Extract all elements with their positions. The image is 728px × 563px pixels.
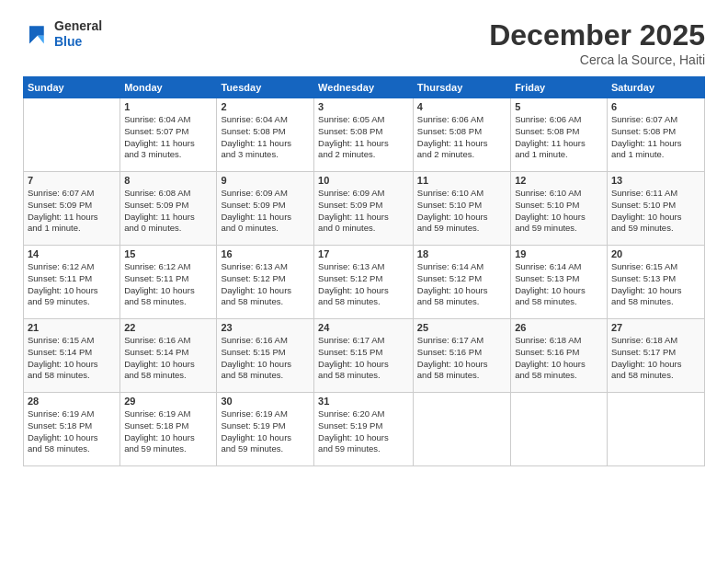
- day-number: 15: [124, 248, 212, 259]
- day-info: Sunrise: 6:19 AMSunset: 5:19 PMDaylight:…: [221, 408, 310, 455]
- day-number: 18: [417, 248, 506, 259]
- day-info: Sunrise: 6:06 AMSunset: 5:08 PMDaylight:…: [515, 114, 603, 161]
- day-number: 12: [515, 175, 603, 186]
- day-info: Sunrise: 6:10 AMSunset: 5:10 PMDaylight:…: [515, 188, 603, 235]
- page: General Blue December 2025 Cerca la Sour…: [0, 0, 728, 563]
- day-number: 27: [611, 322, 700, 333]
- day-info: Sunrise: 6:07 AMSunset: 5:09 PMDaylight:…: [28, 188, 116, 235]
- header-monday: Monday: [120, 77, 217, 98]
- calendar-week-row: 28Sunrise: 6:19 AMSunset: 5:18 PMDayligh…: [24, 393, 705, 466]
- calendar-table: Sunday Monday Tuesday Wednesday Thursday…: [23, 76, 705, 466]
- table-row: 24Sunrise: 6:17 AMSunset: 5:15 PMDayligh…: [314, 319, 414, 393]
- table-row: 29Sunrise: 6:19 AMSunset: 5:18 PMDayligh…: [120, 393, 217, 466]
- table-row: [24, 98, 120, 172]
- header-saturday: Saturday: [607, 77, 704, 98]
- day-number: 13: [611, 175, 700, 186]
- table-row: 1Sunrise: 6:04 AMSunset: 5:07 PMDaylight…: [120, 98, 217, 172]
- header: General Blue December 2025 Cerca la Sour…: [23, 18, 705, 67]
- location-subtitle: Cerca la Source, Haiti: [489, 52, 705, 67]
- day-number: 26: [515, 322, 603, 333]
- day-info: Sunrise: 6:18 AMSunset: 5:17 PMDaylight:…: [611, 335, 700, 382]
- logo-text: General Blue: [54, 18, 102, 50]
- table-row: 12Sunrise: 6:10 AMSunset: 5:10 PMDayligh…: [511, 172, 608, 246]
- day-info: Sunrise: 6:19 AMSunset: 5:18 PMDaylight:…: [28, 408, 116, 455]
- day-info: Sunrise: 6:06 AMSunset: 5:08 PMDaylight:…: [417, 114, 506, 161]
- logo-general-text: General: [54, 18, 102, 34]
- day-info: Sunrise: 6:13 AMSunset: 5:12 PMDaylight:…: [318, 261, 409, 308]
- day-number: 4: [417, 101, 506, 112]
- table-row: 26Sunrise: 6:18 AMSunset: 5:16 PMDayligh…: [511, 319, 608, 393]
- day-number: 8: [124, 175, 212, 186]
- calendar-header-row: Sunday Monday Tuesday Wednesday Thursday…: [24, 77, 705, 98]
- table-row: 3Sunrise: 6:05 AMSunset: 5:08 PMDaylight…: [314, 98, 414, 172]
- table-row: 7Sunrise: 6:07 AMSunset: 5:09 PMDaylight…: [24, 172, 120, 246]
- table-row: 11Sunrise: 6:10 AMSunset: 5:10 PMDayligh…: [413, 172, 510, 246]
- day-info: Sunrise: 6:17 AMSunset: 5:16 PMDaylight:…: [417, 335, 506, 382]
- table-row: 17Sunrise: 6:13 AMSunset: 5:12 PMDayligh…: [314, 246, 414, 319]
- day-number: 29: [124, 396, 212, 407]
- table-row: 16Sunrise: 6:13 AMSunset: 5:12 PMDayligh…: [217, 246, 314, 319]
- day-number: 2: [221, 101, 310, 112]
- day-number: 17: [318, 248, 409, 259]
- day-info: Sunrise: 6:19 AMSunset: 5:18 PMDaylight:…: [124, 408, 212, 455]
- calendar-week-row: 14Sunrise: 6:12 AMSunset: 5:11 PMDayligh…: [24, 246, 705, 319]
- day-number: 6: [611, 101, 700, 112]
- day-info: Sunrise: 6:10 AMSunset: 5:10 PMDaylight:…: [417, 188, 506, 235]
- month-title: December 2025: [489, 18, 705, 52]
- calendar-week-row: 7Sunrise: 6:07 AMSunset: 5:09 PMDaylight…: [24, 172, 705, 246]
- day-info: Sunrise: 6:17 AMSunset: 5:15 PMDaylight:…: [318, 335, 409, 382]
- table-row: 5Sunrise: 6:06 AMSunset: 5:08 PMDaylight…: [511, 98, 608, 172]
- table-row: [413, 393, 510, 466]
- day-number: 19: [515, 248, 603, 259]
- table-row: 25Sunrise: 6:17 AMSunset: 5:16 PMDayligh…: [413, 319, 510, 393]
- table-row: 4Sunrise: 6:06 AMSunset: 5:08 PMDaylight…: [413, 98, 510, 172]
- calendar-week-row: 21Sunrise: 6:15 AMSunset: 5:14 PMDayligh…: [24, 319, 705, 393]
- table-row: 13Sunrise: 6:11 AMSunset: 5:10 PMDayligh…: [607, 172, 704, 246]
- logo: General Blue: [23, 18, 102, 50]
- header-tuesday: Tuesday: [217, 77, 314, 98]
- day-info: Sunrise: 6:13 AMSunset: 5:12 PMDaylight:…: [221, 261, 310, 308]
- table-row: 8Sunrise: 6:08 AMSunset: 5:09 PMDaylight…: [120, 172, 217, 246]
- header-thursday: Thursday: [413, 77, 510, 98]
- table-row: 23Sunrise: 6:16 AMSunset: 5:15 PMDayligh…: [217, 319, 314, 393]
- day-number: 24: [318, 322, 409, 333]
- day-number: 22: [124, 322, 212, 333]
- day-number: 1: [124, 101, 212, 112]
- table-row: 31Sunrise: 6:20 AMSunset: 5:19 PMDayligh…: [314, 393, 414, 466]
- day-number: 3: [318, 101, 409, 112]
- table-row: 28Sunrise: 6:19 AMSunset: 5:18 PMDayligh…: [24, 393, 120, 466]
- day-number: 25: [417, 322, 506, 333]
- day-number: 20: [611, 248, 700, 259]
- day-info: Sunrise: 6:20 AMSunset: 5:19 PMDaylight:…: [318, 408, 409, 455]
- table-row: 20Sunrise: 6:15 AMSunset: 5:13 PMDayligh…: [607, 246, 704, 319]
- table-row: 21Sunrise: 6:15 AMSunset: 5:14 PMDayligh…: [24, 319, 120, 393]
- day-info: Sunrise: 6:14 AMSunset: 5:13 PMDaylight:…: [515, 261, 603, 308]
- table-row: 19Sunrise: 6:14 AMSunset: 5:13 PMDayligh…: [511, 246, 608, 319]
- table-row: 15Sunrise: 6:12 AMSunset: 5:11 PMDayligh…: [120, 246, 217, 319]
- day-number: 7: [28, 175, 116, 186]
- day-number: 10: [318, 175, 409, 186]
- logo-icon: [23, 21, 49, 47]
- day-info: Sunrise: 6:12 AMSunset: 5:11 PMDaylight:…: [28, 261, 116, 308]
- day-number: 23: [221, 322, 310, 333]
- header-sunday: Sunday: [24, 77, 120, 98]
- day-number: 14: [28, 248, 116, 259]
- day-number: 28: [28, 396, 116, 407]
- title-block: December 2025 Cerca la Source, Haiti: [489, 18, 705, 67]
- table-row: 6Sunrise: 6:07 AMSunset: 5:08 PMDaylight…: [607, 98, 704, 172]
- day-info: Sunrise: 6:09 AMSunset: 5:09 PMDaylight:…: [318, 188, 409, 235]
- day-info: Sunrise: 6:04 AMSunset: 5:08 PMDaylight:…: [221, 114, 310, 161]
- calendar-week-row: 1Sunrise: 6:04 AMSunset: 5:07 PMDaylight…: [24, 98, 705, 172]
- day-number: 30: [221, 396, 310, 407]
- logo-blue-text: Blue: [54, 34, 102, 50]
- day-number: 31: [318, 396, 409, 407]
- table-row: 2Sunrise: 6:04 AMSunset: 5:08 PMDaylight…: [217, 98, 314, 172]
- day-number: 11: [417, 175, 506, 186]
- day-info: Sunrise: 6:15 AMSunset: 5:14 PMDaylight:…: [28, 335, 116, 382]
- day-info: Sunrise: 6:09 AMSunset: 5:09 PMDaylight:…: [221, 188, 310, 235]
- day-info: Sunrise: 6:04 AMSunset: 5:07 PMDaylight:…: [124, 114, 212, 161]
- day-info: Sunrise: 6:05 AMSunset: 5:08 PMDaylight:…: [318, 114, 409, 161]
- day-number: 16: [221, 248, 310, 259]
- table-row: 27Sunrise: 6:18 AMSunset: 5:17 PMDayligh…: [607, 319, 704, 393]
- day-info: Sunrise: 6:16 AMSunset: 5:14 PMDaylight:…: [124, 335, 212, 382]
